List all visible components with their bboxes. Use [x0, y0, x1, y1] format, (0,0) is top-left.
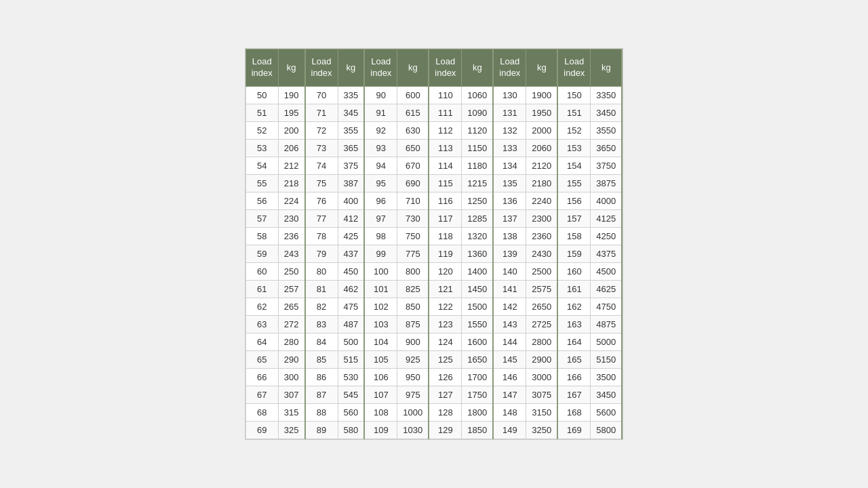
table-cell: 134	[493, 157, 526, 174]
table-cell: 142	[493, 298, 526, 315]
table-cell: 76	[305, 192, 338, 209]
table-cell: 75	[305, 174, 338, 192]
table-cell: 2180	[526, 174, 557, 192]
table-row: 522007235592630112112013220001523550	[245, 121, 622, 139]
table-cell: 102	[364, 298, 397, 315]
table-cell: 224	[278, 192, 304, 209]
table-cell: 3000	[526, 368, 557, 386]
table-cell: 800	[397, 262, 429, 280]
table-cell: 5000	[591, 333, 622, 350]
col-header-load-index-3: Loadindex	[364, 49, 397, 87]
table-row: 582367842598750118132013823601584250	[245, 227, 622, 245]
table-cell: 400	[338, 192, 364, 209]
table-cell: 153	[557, 139, 591, 157]
table-cell: 212	[278, 157, 304, 174]
table-cell: 5150	[591, 350, 622, 368]
table-cell: 112	[429, 121, 462, 139]
table-cell: 1150	[462, 139, 493, 157]
col-header-kg-2: kg	[338, 49, 364, 87]
table-row: 572307741297730117128513723001574125	[245, 209, 622, 227]
table-cell: 3350	[591, 86, 622, 104]
table-cell: 200	[278, 121, 304, 139]
table-cell: 91	[364, 104, 397, 121]
table-cell: 85	[305, 350, 338, 368]
table-cell: 515	[338, 350, 364, 368]
table-cell: 136	[493, 192, 526, 209]
table-cell: 290	[278, 350, 304, 368]
col-header-kg-6: kg	[591, 49, 622, 87]
table-cell: 1360	[462, 245, 493, 262]
table-row: 68315885601081000128180014831501685600	[245, 403, 622, 421]
table-cell: 4500	[591, 262, 622, 280]
col-header-load-index-6: Loadindex	[557, 49, 591, 87]
table-cell: 160	[557, 262, 591, 280]
table-cell: 146	[493, 368, 526, 386]
table-cell: 167	[557, 386, 591, 403]
table-cell: 157	[557, 209, 591, 227]
table-row: 562247640096710116125013622401564000	[245, 192, 622, 209]
table-cell: 1120	[462, 121, 493, 139]
table-cell: 5600	[591, 403, 622, 421]
table-cell: 135	[493, 174, 526, 192]
table-cell: 975	[397, 386, 429, 403]
table-cell: 103	[364, 315, 397, 333]
table-cell: 97	[364, 209, 397, 227]
table-cell: 72	[305, 121, 338, 139]
table-cell: 4625	[591, 280, 622, 298]
table-cell: 600	[397, 86, 429, 104]
table-cell: 113	[429, 139, 462, 157]
table-cell: 272	[278, 315, 304, 333]
table-cell: 132	[493, 121, 526, 139]
table-cell: 159	[557, 245, 591, 262]
table-cell: 80	[305, 262, 338, 280]
table-cell: 1900	[526, 86, 557, 104]
table-cell: 3550	[591, 121, 622, 139]
table-cell: 140	[493, 262, 526, 280]
table-cell: 54	[245, 157, 278, 174]
table-cell: 138	[493, 227, 526, 245]
table-cell: 114	[429, 157, 462, 174]
table-row: 6226582475102850122150014226501624750	[245, 298, 622, 315]
table-row: 592437943799775119136013924301594375	[245, 245, 622, 262]
table-cell: 2240	[526, 192, 557, 209]
table-cell: 110	[429, 86, 462, 104]
table-cell: 1650	[462, 350, 493, 368]
table-cell: 3075	[526, 386, 557, 403]
table-row: 552187538795690115121513521801553875	[245, 174, 622, 192]
table-cell: 2650	[526, 298, 557, 315]
table-cell: 98	[364, 227, 397, 245]
table-cell: 100	[364, 262, 397, 280]
col-header-kg-1: kg	[278, 49, 304, 87]
table-cell: 93	[364, 139, 397, 157]
col-header-kg-4: kg	[462, 49, 493, 87]
table-cell: 123	[429, 315, 462, 333]
table-cell: 1950	[526, 104, 557, 121]
table-cell: 1000	[397, 403, 429, 421]
table-cell: 64	[245, 333, 278, 350]
table-cell: 124	[429, 333, 462, 350]
table-cell: 121	[429, 280, 462, 298]
table-cell: 4375	[591, 245, 622, 262]
table-cell: 84	[305, 333, 338, 350]
table-cell: 1850	[462, 421, 493, 439]
table-cell: 92	[364, 121, 397, 139]
table-cell: 2575	[526, 280, 557, 298]
table-cell: 122	[429, 298, 462, 315]
table-cell: 300	[278, 368, 304, 386]
table-cell: 130	[493, 86, 526, 104]
table-cell: 161	[557, 280, 591, 298]
col-header-load-index-2: Loadindex	[305, 49, 338, 87]
table-cell: 475	[338, 298, 364, 315]
table-cell: 61	[245, 280, 278, 298]
table-cell: 387	[338, 174, 364, 192]
table-cell: 1090	[462, 104, 493, 121]
table-cell: 1320	[462, 227, 493, 245]
table-cell: 900	[397, 333, 429, 350]
table-cell: 69	[245, 421, 278, 439]
table-cell: 53	[245, 139, 278, 157]
table-cell: 94	[364, 157, 397, 174]
table-cell: 670	[397, 157, 429, 174]
table-cell: 250	[278, 262, 304, 280]
table-cell: 3500	[591, 368, 622, 386]
table-cell: 500	[338, 333, 364, 350]
